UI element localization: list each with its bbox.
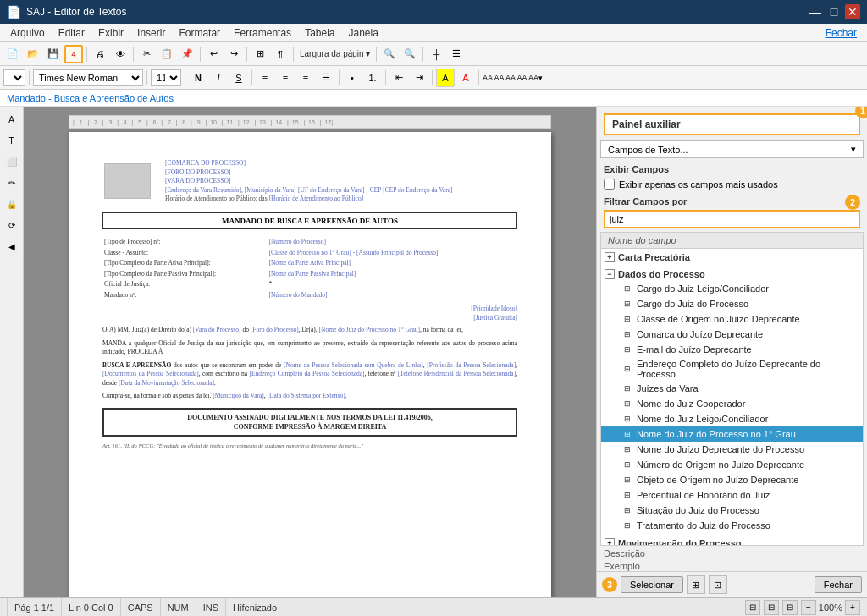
group-dados-header[interactable]: − Dados do Processo [601,267,863,281]
align-justify-button[interactable]: ☰ [317,69,335,87]
selecionar-button[interactable]: Selecionar [621,576,683,593]
paragraph-button[interactable]: ¶ [271,45,290,63]
redo-button[interactable]: ↪ [224,45,243,63]
left-toolbar: A T ⬜ ✏ 🔒 ⟳ ◀ [0,107,24,597]
left-tool-4[interactable]: ✏ [3,173,21,192]
preview-button[interactable]: 👁 [111,45,130,63]
highlight-button[interactable]: A [436,69,455,87]
menu-inserir[interactable]: Inserir [130,25,172,41]
underline-button[interactable]: S [229,69,248,87]
status-icon-2[interactable]: ⊟ [764,600,779,615]
list-number-button[interactable]: 1. [363,69,382,87]
tree-item-juizo-deprecante[interactable]: ⊞ Nome do Juízo Deprecante do Processo [601,442,863,457]
tree-item-cargo-juiz[interactable]: ⊞ Cargo do Juiz do Processo [601,296,863,311]
open-button[interactable]: 📂 [24,45,42,63]
field-icon: ⊞ [621,398,633,410]
zoom-in-status-button[interactable]: + [845,600,860,615]
left-tool-3[interactable]: ⬜ [3,152,21,171]
group-movimentacao-header[interactable]: + Movimentação do Processo [601,536,863,546]
tree-item-juiz-1grau[interactable]: ⊞ Nome do Juiz do Processo no 1° Grau [601,426,863,442]
title-bar: 📄 SAJ - Editor de Textos — □ ✕ [0,0,867,24]
position-indicator: Lin 0 Col 0 [62,598,121,616]
campos-texto-dropdown[interactable]: Campos de Texto... ▾ [600,140,864,158]
tree-item-email[interactable]: ⊞ E-mail do Juízo Deprecante [601,342,863,357]
indent-increase-button[interactable]: ⇥ [410,69,428,87]
undo-button[interactable]: ↩ [204,45,223,63]
tree-item-classe-origem[interactable]: ⊞ Classe de Origem no Juízo Deprecante [601,311,863,327]
description-label: Descrição [604,548,645,558]
left-tool-1[interactable]: A [3,110,21,129]
align-left-button[interactable]: ≡ [256,69,274,87]
save-template-button[interactable]: 4 [64,45,83,63]
logo-image [104,163,151,199]
tree-item-comarca[interactable]: ⊞ Comarca do Juízo Deprecante [601,327,863,342]
close-button[interactable]: ✕ [845,4,860,19]
zoom-out-status-button[interactable]: − [801,600,816,615]
menu-exibir[interactable]: Exibir [91,25,130,41]
print-button[interactable]: 🖨 [91,45,109,63]
minimize-button[interactable]: — [808,4,823,19]
list-bullet-button[interactable]: • [343,69,362,87]
status-icon-1[interactable]: ⊟ [745,600,760,615]
left-tool-6[interactable]: ⟳ [3,216,21,234]
insert-col-button[interactable]: ┼ [427,45,445,63]
tree-area[interactable]: Nome do campo + Carta Precatória − Dados… [600,232,864,546]
menu-ferramentas[interactable]: Ferramentas [227,25,298,41]
menu-editar[interactable]: Editar [52,25,91,41]
status-icon-3[interactable]: ⊟ [782,600,798,615]
bold-button[interactable]: N [189,69,207,87]
field-icon: ⊞ [621,489,633,501]
zoom-out-button[interactable]: 🔍 [380,45,399,63]
left-tool-7[interactable]: ◀ [3,237,21,256]
new-button[interactable]: 📄 [3,45,22,63]
format-col-button[interactable]: ☰ [447,45,466,63]
filter-section: Filtrar Campos por 2 [597,191,867,232]
maximize-button[interactable]: □ [826,4,842,19]
insert-field-button[interactable]: ⊞ [687,575,705,594]
num-indicator: NUM [161,598,196,616]
right-panel: Painel auxiliar 1 Campos de Texto... ▾ E… [596,107,867,597]
cut-button[interactable]: ✂ [137,45,156,63]
menu-janela[interactable]: Janela [342,25,385,41]
menu-tabela[interactable]: Tabela [298,25,341,41]
format-field-button[interactable]: ⊡ [709,575,727,594]
tree-item-objeto-origem[interactable]: ⊞ Objeto de Origem no Juízo Deprecante [601,472,863,487]
menu-fechar[interactable]: Fechar [819,25,864,41]
tree-item-cargo-leigo[interactable]: ⊞ Cargo do Juiz Leigo/Conciliador [601,281,863,296]
menu-arquivo[interactable]: Arquivo [3,25,52,41]
expand-carta-icon[interactable]: + [605,252,615,262]
menu-formatar[interactable]: Formatar [172,25,227,41]
tree-item-juiz-cooperador[interactable]: ⊞ Nome do Juiz Cooperador [601,396,863,411]
zoom-in-button[interactable]: 🔍 [400,45,419,63]
filter-input[interactable] [604,210,860,228]
save-button[interactable]: 💾 [44,45,63,63]
table-button[interactable]: ⊞ [251,45,269,63]
italic-button[interactable]: I [209,69,228,87]
tree-item-numero-origem[interactable]: ⊞ Número de Origem no Juízo Deprecante [601,457,863,472]
tree-item-tratamento[interactable]: ⊞ Tratamento do Juiz do Processo [601,518,863,533]
paste-button[interactable]: 📌 [178,45,196,63]
left-tool-2[interactable]: T [3,131,21,150]
tree-item-endereco[interactable]: ⊞ Endereço Completo do Juízo Deprecante … [601,357,863,381]
apenas-mais-usados-checkbox[interactable] [604,179,615,190]
align-right-button[interactable]: ≡ [296,69,315,87]
style-select[interactable]: 4 [3,69,25,86]
document-page[interactable]: [COMARCA DO PROCESSO] [FORO DO PROCESSO]… [69,132,551,597]
copy-button[interactable]: 📋 [157,45,176,63]
expand-mov-icon[interactable]: + [605,538,615,546]
document-area[interactable]: |...1...|...2...|...3...|...4...|...5...… [24,107,596,597]
tree-item-percentual[interactable]: ⊞ Percentual de Honorário do Juiz [601,487,863,503]
document-body[interactable]: [Tipo de Processo] nº: [Número do Proces… [102,236,517,449]
tree-item-juizes[interactable]: ⊞ Juízes da Vara [601,381,863,396]
fechar-button[interactable]: Fechar [815,576,862,593]
indent-decrease-button[interactable]: ⇤ [389,69,408,87]
font-size-select[interactable]: 11 [151,69,181,86]
expand-dados-icon[interactable]: − [605,269,615,279]
font-name-select[interactable]: Times New Roman [33,69,143,86]
align-center-button[interactable]: ≡ [276,69,295,87]
font-color-button[interactable]: A [456,69,475,87]
group-carta-header[interactable]: + Carta Precatória [601,250,863,264]
tree-item-situacao[interactable]: ⊞ Situação do Juiz do Processo [601,503,863,518]
left-tool-5[interactable]: 🔒 [3,195,21,213]
tree-item-juiz-leigo[interactable]: ⊞ Nome do Juiz Leigo/Conciliador [601,411,863,426]
